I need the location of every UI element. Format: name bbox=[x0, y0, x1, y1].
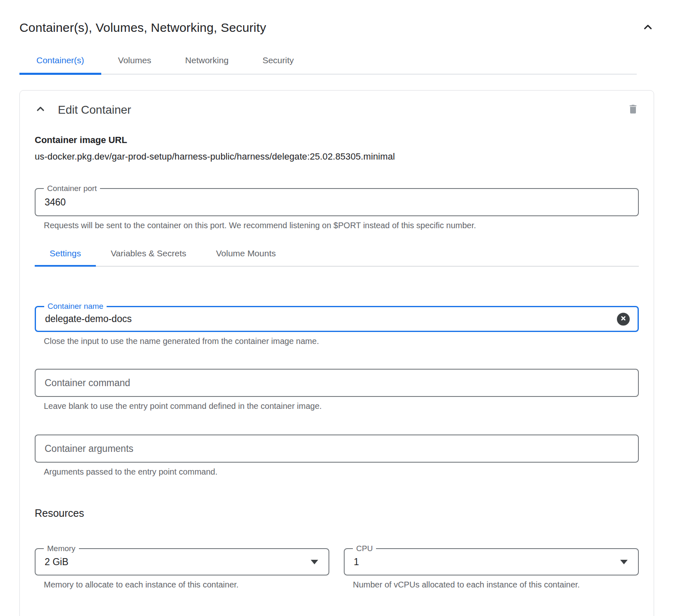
resources-row: Memory 2 GiB Memory to allocate to each … bbox=[35, 548, 639, 590]
container-name-helper: Close the input to use the name generate… bbox=[35, 335, 639, 347]
cpu-select[interactable]: CPU 1 bbox=[344, 548, 639, 575]
memory-helper: Memory to allocate to each instance of t… bbox=[35, 579, 329, 590]
edit-container-header: Edit Container bbox=[35, 103, 639, 117]
chevron-up-icon bbox=[35, 103, 46, 116]
cloud-run-container-panel: Container(s), Volumes, Networking, Secur… bbox=[0, 21, 676, 616]
container-arguments-helper: Arguments passed to the entry point comm… bbox=[35, 466, 639, 478]
container-name-label: Container name bbox=[44, 301, 107, 311]
tab-security[interactable]: Security bbox=[245, 50, 311, 74]
tab-volume-mounts[interactable]: Volume Mounts bbox=[201, 248, 291, 266]
memory-value: 2 GiB bbox=[36, 556, 69, 568]
cpu-label: CPU bbox=[353, 544, 376, 554]
edit-container-card: Edit Container Container image URL us-do… bbox=[19, 90, 654, 616]
container-command-helper: Leave blank to use the entry point comma… bbox=[35, 400, 639, 412]
edit-container-title: Edit Container bbox=[58, 103, 131, 117]
container-port-helper: Requests will be sent to the container o… bbox=[35, 220, 639, 231]
container-command-input[interactable] bbox=[36, 370, 638, 396]
trash-icon bbox=[627, 103, 639, 117]
tab-settings[interactable]: Settings bbox=[35, 248, 96, 266]
container-sub-tabs: Settings Variables & Secrets Volume Moun… bbox=[35, 248, 639, 267]
clear-name-button[interactable] bbox=[617, 313, 630, 325]
memory-select[interactable]: Memory 2 GiB bbox=[35, 548, 329, 575]
delete-container-button[interactable] bbox=[627, 103, 639, 117]
container-arguments-field[interactable] bbox=[35, 435, 639, 463]
tab-containers[interactable]: Container(s) bbox=[19, 50, 101, 74]
chevron-up-icon bbox=[642, 21, 654, 35]
cpu-helper: Number of vCPUs allocated to each instan… bbox=[344, 579, 639, 590]
container-image-url-label: Container image URL bbox=[35, 135, 639, 146]
tab-volumes[interactable]: Volumes bbox=[101, 50, 169, 74]
container-port-field[interactable]: Container port bbox=[35, 188, 639, 216]
panel-header: Container(s), Volumes, Networking, Secur… bbox=[19, 21, 654, 35]
panel-title: Container(s), Volumes, Networking, Secur… bbox=[19, 21, 266, 35]
collapse-panel-button[interactable] bbox=[642, 21, 654, 35]
container-port-input[interactable] bbox=[36, 189, 638, 215]
main-tabs: Container(s) Volumes Networking Security bbox=[19, 50, 637, 75]
container-name-input[interactable] bbox=[36, 307, 638, 331]
memory-label: Memory bbox=[44, 544, 79, 554]
cpu-value: 1 bbox=[345, 556, 359, 568]
container-command-field[interactable] bbox=[35, 369, 639, 397]
container-name-field[interactable]: Container name bbox=[35, 306, 639, 332]
container-arguments-input[interactable] bbox=[36, 435, 638, 462]
tab-networking[interactable]: Networking bbox=[168, 50, 245, 74]
close-icon bbox=[620, 315, 626, 323]
container-image-url-value: us-docker.pkg.dev/gar-prod-setup/harness… bbox=[35, 151, 639, 162]
tab-variables-secrets[interactable]: Variables & Secrets bbox=[96, 248, 201, 266]
memory-column: Memory 2 GiB Memory to allocate to each … bbox=[35, 548, 329, 590]
dropdown-arrow-icon bbox=[620, 560, 628, 564]
cpu-column: CPU 1 Number of vCPUs allocated to each … bbox=[344, 548, 639, 590]
dropdown-arrow-icon bbox=[311, 560, 318, 564]
container-port-label: Container port bbox=[44, 184, 100, 193]
collapse-container-button[interactable] bbox=[35, 103, 46, 116]
resources-heading: Resources bbox=[35, 507, 639, 519]
